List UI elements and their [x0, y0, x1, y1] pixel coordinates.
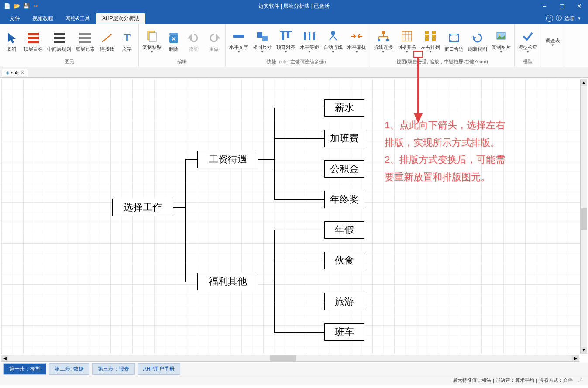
check-icon [521, 29, 535, 43]
doc-tab-label: s55 [11, 70, 19, 75]
status-auth: 授权方式：文件 [539, 377, 573, 384]
bars-red-icon [28, 33, 39, 43]
menu-ahp[interactable]: AHP层次分析法 [96, 13, 145, 24]
top-goal-button[interactable]: 顶层目标 [22, 30, 45, 53]
svg-point-34 [499, 34, 500, 36]
canvas[interactable]: 选择工作 工资待遇 福利其他 薪水 加班费 公积金 年终奖 年假 伙食 旅游 班… [0, 78, 588, 363]
line-icon [102, 34, 112, 42]
delete-button[interactable]: ✕ 删除 [164, 30, 183, 53]
options-label[interactable]: 选项 [564, 15, 575, 22]
svg-rect-20 [386, 39, 389, 41]
copy-icon [145, 29, 159, 43]
maximize-button[interactable]: ▢ [553, 0, 571, 12]
doc-tabs: ◈ s55 ✕ [0, 67, 588, 78]
svg-rect-7 [287, 32, 289, 38]
node-leaf1-3[interactable]: 年终奖 [324, 191, 364, 208]
fitwin-button[interactable]: 窗口合适 [443, 30, 465, 53]
autoconn-icon [326, 29, 340, 43]
scroll-up-button[interactable]: ▲ [581, 79, 587, 86]
samesize-button[interactable]: 相同尺寸 ▼ [251, 28, 274, 55]
close-icon[interactable]: ✕ [21, 70, 24, 75]
refresh-button[interactable]: 刷新视图 [466, 30, 489, 53]
topalign-button[interactable]: 顶部对齐 ▼ [275, 28, 297, 55]
svg-rect-14 [382, 31, 385, 34]
svg-rect-1 [149, 33, 156, 41]
svg-rect-29 [432, 31, 436, 34]
lrlayout-icon [423, 29, 437, 43]
node-leaf2-0[interactable]: 年假 [324, 221, 364, 239]
survey-button[interactable]: 调查表 ▼ [543, 25, 562, 59]
minimize-button[interactable]: − [536, 0, 553, 12]
autoconn-button[interactable]: 自动连线 ▼ [322, 28, 344, 55]
htext-button[interactable]: 水平文字 ▼ [227, 28, 250, 55]
text-icon: T [124, 32, 131, 44]
copypic-button[interactable]: 复制图片 ▼ [490, 28, 512, 55]
group-label-quick: 快捷（ctrl+左键可连续多选） [227, 58, 368, 66]
node-leaf2-3[interactable]: 班车 [324, 323, 364, 341]
svg-rect-19 [378, 39, 380, 41]
undo-button[interactable]: 撤销 [184, 30, 203, 53]
menu-file[interactable]: 文件 [3, 13, 26, 24]
help-icon[interactable]: ? [546, 15, 553, 22]
connector-button[interactable]: 连接线 [97, 30, 117, 53]
open-icon[interactable]: 📂 [13, 3, 20, 10]
horizontal-scrollbar[interactable]: ◀ ▶ [1, 355, 579, 362]
svg-rect-9 [309, 32, 310, 40]
annotation-text: 1、点此向下箭头，选择左右 排版，实现所示方式排版。 2、排版方式变换后，可能需… [385, 117, 505, 185]
mid-rule-button[interactable]: 中间层规则 [45, 30, 73, 53]
modelcheck-button[interactable]: 模型检查 ▼ [516, 28, 539, 55]
vertical-scrollbar[interactable]: ▲ ▼ [580, 79, 587, 354]
btab-report[interactable]: 第三步：报表 [92, 363, 135, 375]
hclose-button[interactable]: 水平靠拢 ▼ [345, 28, 368, 55]
menu-video[interactable]: 视频教程 [26, 13, 59, 24]
group-label-view: 视图(双击合适, 缩放，中键拖屏,右键Zoom) [372, 58, 512, 66]
svg-marker-36 [414, 113, 423, 123]
scroll-right-button[interactable]: ▶ [572, 355, 579, 361]
scroll-left-button[interactable]: ◀ [1, 355, 8, 361]
node-leaf2-2[interactable]: 旅游 [324, 293, 364, 310]
svg-line-12 [330, 35, 333, 40]
svg-rect-26 [425, 31, 429, 34]
save-icon[interactable]: 💾 [23, 3, 30, 10]
svg-rect-4 [262, 36, 268, 41]
btab-manual[interactable]: AHP用户手册 [138, 363, 181, 375]
copy-paste-button[interactable]: 复制粘贴 ▼ [141, 28, 163, 55]
bottom-element-button[interactable]: 底层元素 [74, 30, 96, 53]
text-button[interactable]: T 文字 [117, 30, 137, 53]
fitwin-icon [447, 31, 461, 45]
btab-model[interactable]: 第一步：模型 [3, 363, 46, 375]
node-leaf2-1[interactable]: 伙食 [324, 252, 364, 269]
hclose-icon [350, 29, 364, 43]
btab-data[interactable]: 第二步: 数据 [49, 363, 89, 375]
options-dropdown-icon[interactable]: ▼ [578, 17, 581, 21]
samesize-icon [255, 29, 269, 43]
doc-tab[interactable]: ◈ s55 ✕ [2, 69, 28, 76]
node-leaf1-1[interactable]: 加班费 [324, 130, 364, 147]
info-icon[interactable]: ⓘ [556, 14, 562, 22]
node-root[interactable]: 选择工作 [112, 199, 173, 216]
hspace-button[interactable]: 水平等距 ▼ [298, 28, 321, 55]
ribbon: 取消 顶层目标 中间层规则 底层元素 连接线 T 文字 图元 [0, 24, 588, 67]
node-leaf1-2[interactable]: 公积金 [324, 160, 364, 178]
menu-network[interactable]: 网络&工具 [59, 13, 96, 24]
polyconn-button[interactable]: 折线连接 ▼ [372, 28, 395, 55]
scroll-down-button[interactable]: ▼ [581, 347, 587, 354]
cube-icon: ◈ [6, 70, 9, 76]
svg-rect-31 [432, 38, 436, 41]
redo-button[interactable]: 重做 [204, 30, 224, 53]
svg-rect-21 [402, 31, 412, 41]
status-eigen: 最大特征值：和法 [453, 377, 491, 384]
cancel-button[interactable]: 取消 [2, 30, 21, 53]
bars-dark-icon [54, 33, 65, 43]
group-label-model: 模型 [516, 58, 539, 66]
tool-icon[interactable]: ✂ [32, 3, 39, 10]
node-mid-0[interactable]: 工资待遇 [197, 151, 258, 168]
svg-line-13 [333, 35, 337, 40]
new-icon[interactable]: 📄 [3, 3, 10, 10]
close-button[interactable]: ✕ [571, 0, 588, 12]
node-mid-1[interactable]: 福利其他 [197, 273, 258, 290]
node-leaf1-0[interactable]: 薪水 [324, 99, 364, 117]
polyconn-icon [376, 29, 390, 43]
titlebar: 📄 📂 💾 ✂ 迈实软件 | 层次分析法 | 已激活 − ▢ ✕ [0, 0, 588, 12]
status-resize-icon[interactable]: ⋰ [578, 378, 583, 383]
